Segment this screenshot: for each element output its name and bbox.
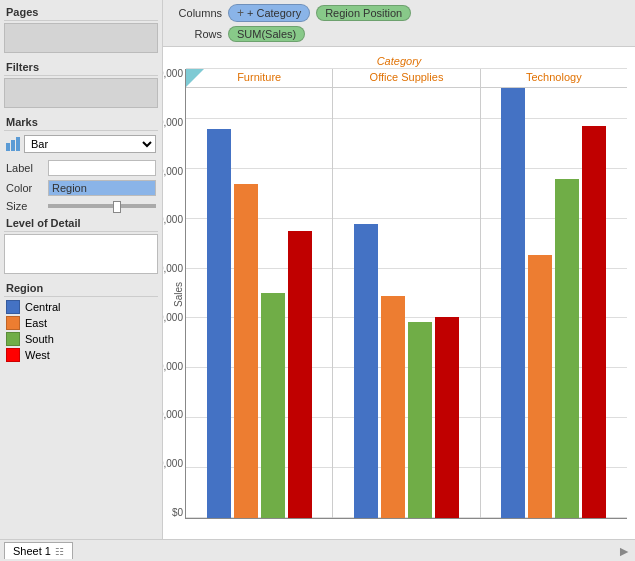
region-color [6,316,20,330]
marks-type-select[interactable]: Bar [24,135,156,153]
columns-shelf: Columns + + Category Region Position [167,2,631,24]
rows-label: Rows [167,28,222,40]
marks-label-row: Label [4,159,158,177]
bottom-bar: Sheet 1 ☷ ► [0,539,635,561]
chart-container: Category Sales $0$200,000$400,000$600,00… [163,47,635,539]
cat-col-label: Office Supplies [333,69,479,88]
marks-color-field[interactable]: Region [48,180,156,196]
bar-chart-icon [6,137,20,151]
filters-box [4,78,158,108]
bar [435,317,459,518]
region-section: Region CentralEastSouthWest [4,280,158,363]
chart-plot: $0$200,000$400,000$600,000$800,000$1,000… [185,69,627,519]
rows-pill-sales[interactable]: SUM(Sales) [228,26,305,42]
pages-section: Pages [4,4,158,55]
bar [381,296,405,518]
region-item: South [4,331,158,347]
y-tick: $1,400,000 [163,167,183,177]
marks-size-row: Size [4,199,158,213]
y-tick: $1,600,000 [163,118,183,128]
region-items: CentralEastSouthWest [4,299,158,363]
cat-col-label: Furniture [186,69,332,88]
rows-shelf: Rows SUM(Sales) [167,24,631,44]
y-ticks: $0$200,000$400,000$600,000$800,000$1,000… [163,69,183,518]
sidebar: Pages Filters Marks Bar Label [0,0,163,539]
main-container: Pages Filters Marks Bar Label [0,0,635,539]
bar [501,88,525,518]
bar [288,231,312,518]
lod-box [4,234,158,274]
marks-type-row: Bar [4,133,158,155]
region-color [6,332,20,346]
region-name: Central [25,301,60,313]
sheet-tab-label: Sheet 1 [13,545,51,557]
columns-label: Columns [167,7,222,19]
region-name: East [25,317,47,329]
y-tick: $400,000 [163,410,183,420]
marks-size-text: Size [6,200,44,212]
filters-section: Filters [4,59,158,110]
bar [354,224,378,518]
scroll-right-icon[interactable]: ► [617,543,631,559]
marks-color-row: Color Region [4,179,158,197]
marks-section: Marks Bar Label Color Region [4,114,158,276]
plot-area: $0$200,000$400,000$600,000$800,000$1,000… [185,69,627,519]
lod-title: Level of Detail [4,215,158,232]
chart-area: Columns + + Category Region Position Row… [163,0,635,539]
bars-container [481,88,627,518]
bar [555,179,579,518]
sheet-tab[interactable]: Sheet 1 ☷ [4,542,73,559]
y-tick: $1,000,000 [163,264,183,274]
filters-title: Filters [4,59,158,76]
cat-col-label: Technology [481,69,627,88]
region-item: East [4,315,158,331]
cat-columns: FurnitureOffice SuppliesTechnology [186,69,627,518]
region-color [6,300,20,314]
category-header: Category [171,55,627,67]
y-tick: $200,000 [163,459,183,469]
region-name: West [25,349,50,361]
pages-box [4,23,158,53]
region-name: South [25,333,54,345]
category-column: Furniture [186,69,333,518]
bar [261,293,285,518]
region-item: West [4,347,158,363]
bar [234,184,258,518]
bars-container [333,88,479,518]
pages-title: Pages [4,4,158,21]
shelf-area: Columns + + Category Region Position Row… [163,0,635,47]
y-tick: $0 [163,508,183,518]
bar [582,126,606,518]
bar [528,255,552,518]
region-item: Central [4,299,158,315]
bar [408,322,432,518]
bar [207,129,231,518]
region-color [6,348,20,362]
category-column: Office Supplies [333,69,480,518]
sheet-tab-icon: ☷ [55,546,64,557]
region-title: Region [4,280,158,297]
y-tick: $1,200,000 [163,215,183,225]
category-column: Technology [481,69,627,518]
y-tick: $1,800,000 [163,69,183,79]
columns-pill-category[interactable]: + + Category [228,4,310,22]
marks-color-text: Color [6,182,44,194]
y-tick: $600,000 [163,362,183,372]
y-tick: $800,000 [163,313,183,323]
bars-container [186,88,332,518]
marks-title: Marks [4,114,158,131]
marks-label-text: Label [6,162,44,174]
marks-label-field[interactable] [48,160,156,176]
columns-pill-region-position[interactable]: Region Position [316,5,411,21]
chart-inner: Sales $0$200,000$400,000$600,000$800,000… [171,69,627,519]
marks-size-slider[interactable] [48,204,156,208]
lod-section: Level of Detail [4,215,158,274]
